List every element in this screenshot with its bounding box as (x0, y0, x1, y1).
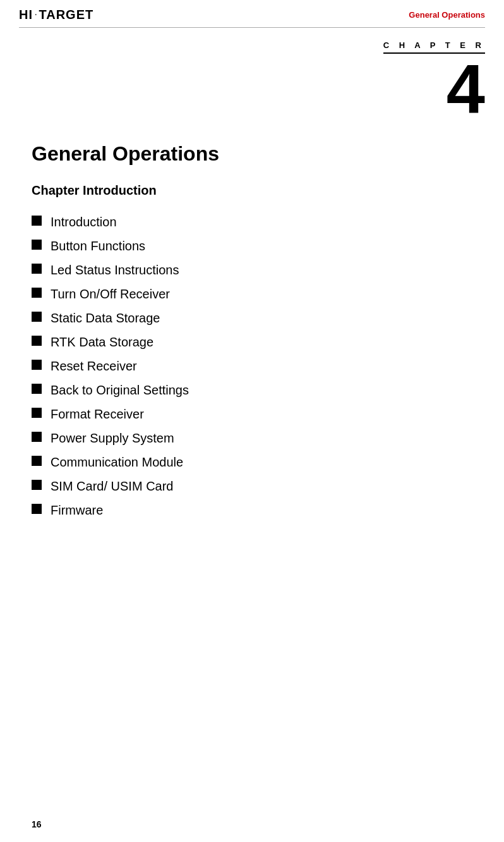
header-nav-title: General Operations (409, 10, 485, 20)
bullet-icon (32, 288, 42, 298)
list-item: Back to Original Settings (32, 381, 472, 399)
bullet-icon (32, 240, 42, 250)
list-item-label: Reset Receiver (51, 357, 137, 375)
logo-separator: · (35, 10, 37, 20)
list-item: Firmware (32, 501, 472, 519)
logo-target-text: TARGET (39, 8, 94, 22)
bullet-icon (32, 360, 42, 370)
list-item: Button Functions (32, 237, 472, 255)
list-item-label: Button Functions (51, 237, 145, 255)
list-item-label: Communication Module (51, 453, 183, 471)
bullet-icon (32, 216, 42, 226)
logo-hi-text: HI (19, 8, 33, 22)
bullet-icon (32, 408, 42, 418)
list-item: Turn On/Off Receiver (32, 285, 472, 303)
bullet-icon (32, 336, 42, 346)
main-content: General Operations Chapter Introduction … (0, 123, 504, 544)
list-item-label: Back to Original Settings (51, 381, 189, 399)
list-item-label: Led Status Instructions (51, 261, 179, 279)
chapter-number: 4 (19, 54, 485, 123)
chapter-area: C H A P T E R 4 (0, 28, 504, 123)
bullet-icon (32, 480, 42, 490)
list-item-label: Firmware (51, 501, 103, 519)
page-number: 16 (32, 819, 42, 829)
list-item: Introduction (32, 213, 472, 231)
list-item: Communication Module (32, 453, 472, 471)
list-item-label: Static Data Storage (51, 309, 160, 327)
toc-list: IntroductionButton FunctionsLed Status I… (32, 213, 472, 519)
list-item-label: Introduction (51, 213, 117, 231)
list-item: SIM Card/ USIM Card (32, 477, 472, 495)
page-title: General Operations (32, 142, 472, 166)
list-item: Static Data Storage (32, 309, 472, 327)
list-item: Power Supply System (32, 429, 472, 447)
bullet-icon (32, 504, 42, 514)
section-heading: Chapter Introduction (32, 183, 472, 198)
list-item-label: RTK Data Storage (51, 333, 153, 351)
bullet-icon (32, 264, 42, 274)
bullet-icon (32, 312, 42, 322)
list-item: RTK Data Storage (32, 333, 472, 351)
list-item: Led Status Instructions (32, 261, 472, 279)
page-header: HI · TARGET General Operations (0, 0, 504, 27)
bullet-icon (32, 384, 42, 394)
list-item-label: Turn On/Off Receiver (51, 285, 170, 303)
bullet-icon (32, 432, 42, 442)
logo: HI · TARGET (19, 8, 93, 22)
bullet-icon (32, 456, 42, 466)
list-item: Format Receiver (32, 405, 472, 423)
list-item-label: Format Receiver (51, 405, 144, 423)
list-item-label: Power Supply System (51, 429, 174, 447)
page-footer: 16 (32, 819, 42, 829)
list-item-label: SIM Card/ USIM Card (51, 477, 173, 495)
list-item: Reset Receiver (32, 357, 472, 375)
